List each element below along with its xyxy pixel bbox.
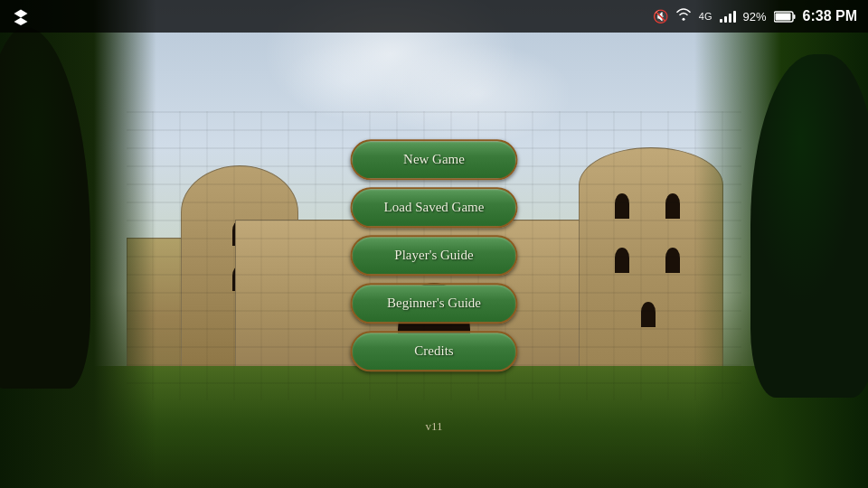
mute-icon: 🔇: [653, 9, 668, 24]
tree-right: [750, 54, 868, 398]
network-icon: 4G: [699, 11, 712, 22]
tower-window: [641, 302, 656, 327]
menu-container: New Game Load Saved Game Player's Guide …: [351, 139, 518, 371]
svg-marker-0: [14, 10, 28, 26]
status-bar: 🔇 4G 92% 6:38 PM: [0, 0, 868, 33]
credits-button[interactable]: Credits: [351, 331, 518, 371]
version-text: v11: [425, 419, 442, 434]
signal-bar-1: [720, 19, 722, 23]
battery-icon: [774, 11, 796, 23]
new-game-button[interactable]: New Game: [351, 139, 518, 180]
signal-bars: [720, 10, 736, 23]
status-right: 🔇 4G 92% 6:38 PM: [653, 8, 857, 24]
tower-window: [615, 248, 629, 273]
tower-window: [665, 248, 680, 273]
signal-bar-4: [733, 11, 736, 23]
svg-rect-3: [775, 13, 790, 20]
battery-percentage: 92%: [743, 10, 767, 23]
status-left: [11, 6, 31, 26]
dropbox-icon: [11, 6, 31, 26]
players-guide-button[interactable]: Player's Guide: [351, 235, 518, 276]
tower-window: [615, 193, 629, 219]
signal-bar-3: [729, 14, 731, 23]
time-display: 6:38 PM: [803, 8, 857, 24]
wifi-icon: [675, 8, 692, 24]
load-saved-game-button[interactable]: Load Saved Game: [351, 187, 518, 228]
svg-rect-2: [793, 14, 795, 19]
tower-window: [665, 193, 680, 219]
beginners-guide-button[interactable]: Beginner's Guide: [351, 283, 518, 324]
signal-bar-2: [724, 16, 727, 23]
